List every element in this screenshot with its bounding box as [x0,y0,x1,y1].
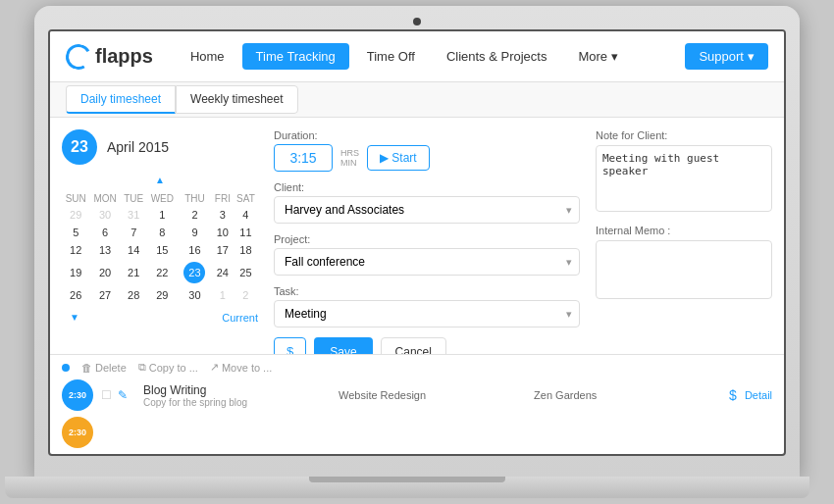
cal-day[interactable]: 6 [89,224,120,241]
nav-home[interactable]: Home [177,43,238,70]
project-dropdown-wrapper: Fall conference [274,248,580,276]
cal-day[interactable]: 5 [62,224,89,241]
cal-day[interactable]: 20 [89,259,120,286]
cal-day[interactable]: 14 [121,241,147,259]
cal-grid: SUN MON TUE WED THU FRI SAT [62,191,258,304]
task-label: Task: [274,285,580,297]
entry-icons: ☐ ✎ [101,388,128,402]
client-dropdown-wrapper: Harvey and Associates [274,196,580,224]
cal-day[interactable]: 2 [178,206,212,224]
cal-day[interactable]: 21 [121,259,147,286]
entry-client: Zen Gardens [534,389,721,401]
client-label: Client: [274,181,580,193]
task-dropdown-wrapper: Meeting [274,300,580,328]
cal-day[interactable]: 19 [62,259,89,286]
cal-day[interactable]: 10 [212,224,234,241]
cal-day[interactable]: 25 [234,259,258,286]
cal-day[interactable]: 11 [234,224,258,241]
nav-time-tracking[interactable]: Time Tracking [242,43,349,70]
client-note-input[interactable]: Meeting with guest speaker [596,145,772,212]
move-to-action[interactable]: ↗ Move to ... [210,361,272,374]
cal-date-badge: 23 [62,129,97,165]
duration-input[interactable] [274,144,333,172]
cal-day[interactable]: 27 [89,286,120,304]
cal-current-btn[interactable]: Current [222,312,258,324]
tab-weekly[interactable]: Weekly timesheet [176,85,297,114]
cal-day[interactable]: 26 [62,286,89,304]
time-badge-blue: 2:30 [62,379,93,411]
copy-to-action[interactable]: ⧉ Copy to ... [138,361,198,374]
project-select[interactable]: Fall conference [274,248,580,276]
cal-day[interactable]: 13 [89,241,120,259]
dot-icon [62,364,70,372]
support-button[interactable]: Support ▾ [685,43,768,70]
save-button[interactable]: Save [314,337,372,354]
nav-time-off[interactable]: Time Off [353,43,429,70]
cal-day[interactable]: 9 [178,224,212,241]
delete-action[interactable]: 🗑 Delete [81,362,127,374]
entry-info: Blog Writing Copy for the spring blog [143,383,331,408]
internal-memo-label: Internal Memo : [596,225,772,236]
checkbox-icon[interactable]: ☐ [101,388,112,402]
cal-day[interactable]: 30 [89,206,120,224]
cal-day[interactable]: 2 [234,286,258,304]
cal-header-fri: FRI [212,191,234,206]
cal-day[interactable]: 28 [121,286,147,304]
cal-day[interactable]: 1 [212,286,234,304]
internal-memo-input[interactable] [596,240,772,299]
laptop-base [5,477,809,498]
cal-header-thu: THU [178,191,212,206]
cal-header-wed: WED [147,191,178,206]
cal-day[interactable]: 16 [178,241,212,259]
project-label: Project: [274,233,580,245]
cal-header-sat: SAT [234,191,258,206]
duration-label: Duration: [274,129,580,141]
cal-nav-down[interactable]: ▼ [62,310,87,325]
cal-day[interactable]: 3 [212,206,234,224]
edit-icon[interactable]: ✎ [118,388,128,402]
dollar-button[interactable]: $ [274,337,306,354]
cal-day[interactable]: 17 [212,241,234,259]
entry-detail-link[interactable]: Detail [745,389,772,401]
cal-day[interactable]: 29 [62,206,89,224]
main-content: 23 April 2015 ▲ SUN MON [50,118,784,354]
cal-today[interactable]: 23 [178,259,212,286]
form-actions: $ Save Cancel [274,337,580,354]
cal-day[interactable]: 29 [147,286,178,304]
nav-clients-projects[interactable]: Clients & Projects [433,43,561,70]
task-select[interactable]: Meeting [274,300,580,328]
client-select[interactable]: Harvey and Associates [274,196,580,224]
cal-day[interactable]: 15 [147,241,178,259]
form-section: Duration: HRS MIN ▶ Start C [274,129,580,342]
cal-day[interactable]: 1 [147,206,178,224]
logo-text: flapps [95,45,153,68]
tab-daily[interactable]: Daily timesheet [66,85,176,114]
cal-day[interactable]: 22 [147,259,178,286]
cancel-button[interactable]: Cancel [381,337,446,354]
cal-day[interactable]: 12 [62,241,89,259]
cal-day[interactable]: 4 [234,206,258,224]
cal-day[interactable]: 31 [121,206,147,224]
entry-actions: 🗑 Delete ⧉ Copy to ... ↗ Move to ... [62,359,772,376]
client-note-label: Note for Client: [596,129,772,141]
logo: flapps [66,44,153,70]
cal-day[interactable]: 18 [234,241,258,259]
cal-day[interactable]: 24 [212,259,234,286]
entry-row: 2:30 ☐ ✎ Blog Writing Copy for the sprin… [62,376,772,415]
cal-day[interactable]: 30 [178,286,212,304]
move-icon: ↗ [210,361,219,374]
note-section: Note for Client: Meeting with guest spea… [596,129,772,342]
nav-more[interactable]: More [564,43,631,70]
entry-dollar-icon[interactable]: $ [729,387,737,403]
task-row: Task: Meeting [274,285,580,328]
start-button[interactable]: ▶ Start [367,145,430,171]
calendar-section: 23 April 2015 ▲ SUN MON [62,129,258,342]
cal-day[interactable]: 8 [147,224,178,241]
project-row: Project: Fall conference [274,233,580,276]
cal-footer: ▼ Current [62,310,258,325]
tabs-bar: Daily timesheet Weekly timesheet [50,82,784,118]
cal-day[interactable]: 7 [121,224,147,241]
cal-nav: ▲ [62,173,258,187]
bottom-section: 🗑 Delete ⧉ Copy to ... ↗ Move to ... [50,354,784,454]
cal-nav-up[interactable]: ▲ [147,173,173,187]
